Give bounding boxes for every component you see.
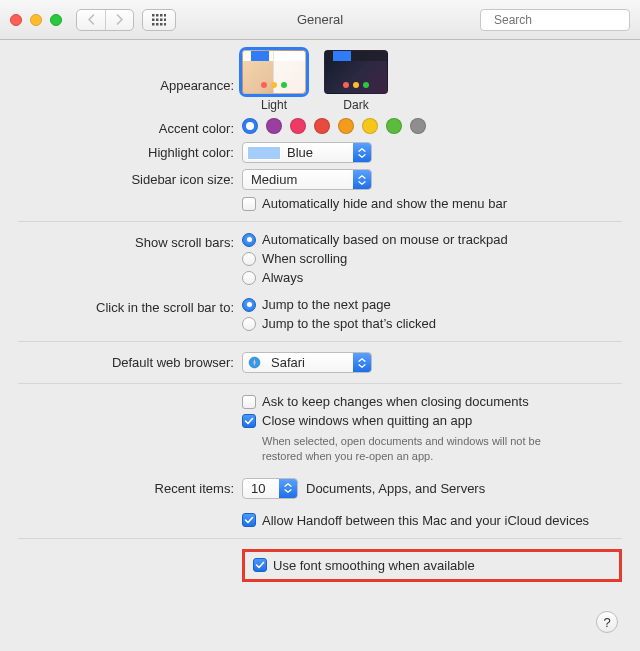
select-stepper-icon xyxy=(353,353,371,372)
show-scrollbars-radio[interactable] xyxy=(242,271,256,285)
svg-rect-4 xyxy=(152,18,155,21)
accent-swatch[interactable] xyxy=(338,118,354,134)
recent-items-label: Recent items: xyxy=(18,478,242,496)
accent-color-swatches xyxy=(242,118,622,134)
chevron-right-icon xyxy=(115,14,124,25)
default-browser-label: Default web browser: xyxy=(18,352,242,370)
safari-icon xyxy=(243,356,265,369)
accent-swatch[interactable] xyxy=(410,118,426,134)
svg-rect-2 xyxy=(160,14,163,17)
click-scrollbar-radio[interactable] xyxy=(242,317,256,331)
forward-button[interactable] xyxy=(105,10,133,30)
accent-swatch[interactable] xyxy=(266,118,282,134)
auto-hide-menubar-checkbox[interactable] xyxy=(242,197,256,211)
svg-rect-10 xyxy=(160,23,163,26)
appearance-dark-option[interactable]: Dark xyxy=(324,50,388,112)
window-controls xyxy=(10,14,62,26)
zoom-window-button[interactable] xyxy=(50,14,62,26)
svg-rect-8 xyxy=(152,23,155,26)
sidebar-size-select[interactable]: Medium xyxy=(242,169,372,190)
click-scrollbar-label: Click in the scroll bar to: xyxy=(18,297,242,315)
search-input[interactable] xyxy=(492,12,640,28)
handoff-label: Allow Handoff between this Mac and your … xyxy=(262,513,589,528)
accent-swatch[interactable] xyxy=(314,118,330,134)
svg-rect-6 xyxy=(160,18,163,21)
close-windows-quit-label: Close windows when quitting an app xyxy=(262,413,472,428)
highlight-swatch-icon xyxy=(247,146,281,160)
handoff-checkbox[interactable] xyxy=(242,513,256,527)
appearance-light-option[interactable]: Light xyxy=(242,50,306,112)
svg-rect-1 xyxy=(156,14,159,17)
appearance-light-thumbnail xyxy=(242,50,306,94)
show-scrollbars-group: Automatically based on mouse or trackpad… xyxy=(242,232,622,285)
show-scrollbars-radio[interactable] xyxy=(242,233,256,247)
svg-rect-0 xyxy=(152,14,155,17)
select-stepper-icon xyxy=(353,143,371,162)
accent-swatch[interactable] xyxy=(242,118,258,134)
select-stepper-icon xyxy=(279,479,297,498)
close-windows-quit-option[interactable]: Close windows when quitting an app xyxy=(242,413,622,428)
close-windows-quit-checkbox[interactable] xyxy=(242,414,256,428)
accent-color-label: Accent color: xyxy=(18,118,242,136)
preferences-content: Appearance: Light xyxy=(0,40,640,602)
default-browser-value: Safari xyxy=(265,355,353,370)
show-scrollbars-option[interactable]: When scrolling xyxy=(242,251,622,266)
font-smoothing-label: Use font smoothing when available xyxy=(273,558,475,573)
accent-swatch[interactable] xyxy=(386,118,402,134)
ask-keep-changes-label: Ask to keep changes when closing documen… xyxy=(262,394,529,409)
highlight-color-value: Blue xyxy=(281,145,353,160)
minimize-window-button[interactable] xyxy=(30,14,42,26)
highlight-color-select[interactable]: Blue xyxy=(242,142,372,163)
divider xyxy=(18,538,622,539)
ask-keep-changes-checkbox[interactable] xyxy=(242,395,256,409)
auto-hide-menubar-option[interactable]: Automatically hide and show the menu bar xyxy=(242,196,622,211)
back-button[interactable] xyxy=(77,10,105,30)
click-scrollbar-label: Jump to the spot that’s clicked xyxy=(262,316,436,331)
select-stepper-icon xyxy=(353,170,371,189)
show-scrollbars-radio[interactable] xyxy=(242,252,256,266)
titlebar: General xyxy=(0,0,640,40)
default-browser-select[interactable]: Safari xyxy=(242,352,372,373)
show-all-button[interactable] xyxy=(142,9,176,31)
click-scrollbar-option[interactable]: Jump to the next page xyxy=(242,297,622,312)
nav-buttons xyxy=(76,9,134,31)
accent-swatch[interactable] xyxy=(290,118,306,134)
recent-items-value: 10 xyxy=(243,481,279,496)
recent-items-select[interactable]: 10 xyxy=(242,478,298,499)
show-scrollbars-label: When scrolling xyxy=(262,251,347,266)
appearance-light-label: Light xyxy=(242,98,306,112)
ask-keep-changes-option[interactable]: Ask to keep changes when closing documen… xyxy=(242,394,622,409)
divider xyxy=(18,341,622,342)
recent-items-suffix: Documents, Apps, and Servers xyxy=(306,481,485,496)
sidebar-size-label: Sidebar icon size: xyxy=(18,169,242,187)
svg-rect-3 xyxy=(164,14,166,17)
help-label: ? xyxy=(603,615,610,630)
handoff-option[interactable]: Allow Handoff between this Mac and your … xyxy=(242,513,622,528)
click-scrollbar-option[interactable]: Jump to the spot that’s clicked xyxy=(242,316,622,331)
click-scrollbar-group: Jump to the next pageJump to the spot th… xyxy=(242,297,622,331)
show-scrollbars-label: Show scroll bars: xyxy=(18,232,242,250)
appearance-dark-thumbnail xyxy=(324,50,388,94)
font-smoothing-highlight: Use font smoothing when available xyxy=(242,549,622,582)
font-smoothing-checkbox[interactable] xyxy=(253,558,267,572)
show-scrollbars-option[interactable]: Automatically based on mouse or trackpad xyxy=(242,232,622,247)
search-field[interactable] xyxy=(480,9,630,31)
accent-swatch[interactable] xyxy=(362,118,378,134)
svg-rect-7 xyxy=(164,18,166,21)
svg-rect-9 xyxy=(156,23,159,26)
appearance-dark-label: Dark xyxy=(324,98,388,112)
click-scrollbar-label: Jump to the next page xyxy=(262,297,391,312)
close-window-button[interactable] xyxy=(10,14,22,26)
grid-icon xyxy=(152,14,166,26)
divider xyxy=(18,383,622,384)
sidebar-size-value: Medium xyxy=(243,172,353,187)
close-windows-quit-note: When selected, open documents and window… xyxy=(242,434,582,464)
show-scrollbars-label: Automatically based on mouse or trackpad xyxy=(262,232,508,247)
divider xyxy=(18,221,622,222)
help-button[interactable]: ? xyxy=(596,611,618,633)
show-scrollbars-label: Always xyxy=(262,270,303,285)
click-scrollbar-radio[interactable] xyxy=(242,298,256,312)
svg-rect-11 xyxy=(164,23,166,26)
font-smoothing-option[interactable]: Use font smoothing when available xyxy=(253,558,475,573)
show-scrollbars-option[interactable]: Always xyxy=(242,270,622,285)
